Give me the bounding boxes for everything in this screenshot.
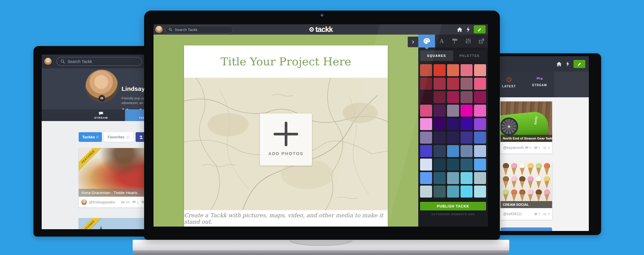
marketing-scene: Search Tackk Lindsay Peake Friendly pop … — [0, 0, 644, 255]
color-swatch[interactable] — [461, 145, 473, 157]
color-swatch[interactable] — [447, 118, 459, 130]
card-username[interactable]: @cd438211 — [503, 212, 522, 216]
color-swatch[interactable] — [434, 172, 446, 184]
ice-cream-cone — [519, 176, 526, 189]
search-icon — [168, 28, 173, 32]
color-swatch[interactable] — [474, 64, 486, 76]
color-swatch[interactable] — [447, 159, 459, 171]
color-swatch[interactable] — [447, 145, 459, 157]
color-swatch[interactable] — [474, 172, 486, 184]
lightning-icon[interactable] — [566, 61, 569, 67]
ice-cream-cone — [519, 163, 526, 176]
avatar[interactable] — [155, 26, 163, 33]
color-swatch[interactable] — [434, 64, 446, 76]
background-tool-button[interactable] — [448, 35, 461, 47]
color-swatch[interactable] — [461, 105, 473, 117]
profile-avatar[interactable] — [86, 70, 118, 102]
lightning-icon[interactable] — [466, 27, 470, 32]
likes-stat: 2 — [534, 146, 540, 149]
title-section[interactable]: Title Your Project Here — [184, 45, 388, 78]
tackks-count: 8 — [96, 135, 98, 139]
collapse-panel-button[interactable]: › — [408, 37, 418, 47]
comments-stat: 0 — [525, 146, 531, 149]
color-swatch[interactable] — [474, 145, 486, 157]
palette-icon — [423, 38, 430, 44]
color-swatch[interactable] — [461, 64, 473, 76]
center-laptop: Search Tackk tackk — [144, 11, 500, 240]
color-swatch[interactable] — [461, 78, 473, 90]
home-icon[interactable] — [556, 62, 562, 67]
color-swatch[interactable] — [434, 186, 446, 198]
color-swatch[interactable] — [447, 91, 459, 103]
avatar[interactable] — [44, 58, 52, 65]
color-swatch[interactable] — [461, 132, 473, 144]
color-swatch[interactable] — [420, 132, 432, 144]
tab-stream[interactable]: STREAM — [77, 109, 125, 121]
search-input[interactable]: Search Tackk — [165, 26, 233, 33]
color-swatch[interactable] — [420, 91, 432, 103]
document-caption[interactable]: Create a Tackk with pictures, maps, vide… — [184, 210, 388, 227]
color-swatch[interactable] — [420, 172, 432, 184]
create-tackk-button[interactable] — [474, 25, 485, 33]
color-swatch[interactable] — [474, 132, 486, 144]
tab-stream[interactable]: STREAM — [524, 77, 555, 87]
color-swatch[interactable] — [420, 105, 432, 117]
tackk-logo[interactable]: tackk — [309, 24, 333, 35]
add-photos-button[interactable]: ADD PHOTOS — [260, 113, 312, 166]
publish-tackk-button[interactable]: PUBLISH TACKK — [420, 202, 486, 210]
color-swatch[interactable] — [447, 64, 459, 76]
color-swatch[interactable] — [420, 145, 432, 157]
color-swatch[interactable] — [474, 105, 486, 117]
color-swatch[interactable] — [474, 118, 486, 130]
color-swatch[interactable] — [434, 78, 446, 90]
color-swatch[interactable] — [434, 118, 446, 130]
panel-tabs: SQUARES PALETTES — [420, 50, 486, 61]
color-swatch[interactable] — [420, 186, 432, 198]
color-swatch[interactable] — [447, 105, 459, 117]
home-icon[interactable] — [457, 27, 463, 32]
tack-logo-icon — [309, 27, 314, 32]
tackk-card[interactable]: Easky North End of Season Gear Sale @kay… — [500, 101, 552, 154]
plus-icon — [274, 122, 298, 146]
color-swatch[interactable] — [447, 78, 459, 90]
edit-photo-button[interactable] — [99, 95, 105, 101]
color-swatch[interactable] — [420, 118, 432, 130]
color-swatch[interactable] — [447, 186, 459, 198]
color-swatch[interactable] — [447, 132, 459, 144]
tab-palettes[interactable]: PALETTES — [453, 50, 486, 61]
color-swatch[interactable] — [420, 64, 432, 76]
color-swatch[interactable] — [461, 91, 473, 103]
create-tackk-button[interactable] — [574, 60, 585, 68]
color-swatch[interactable] — [474, 91, 486, 103]
color-swatch[interactable] — [461, 159, 473, 171]
tackk-document[interactable]: Title Your Project Here — [184, 45, 388, 227]
document-title[interactable]: Title Your Project Here — [221, 55, 351, 68]
color-swatch[interactable] — [434, 132, 446, 144]
share-tool-button[interactable] — [475, 35, 488, 47]
colors-tool-button[interactable] — [418, 35, 435, 47]
card-username[interactable]: @kayaknorth — [503, 146, 524, 150]
color-swatch[interactable] — [461, 172, 473, 184]
settings-tool-button[interactable] — [461, 35, 475, 47]
color-swatch[interactable] — [447, 172, 459, 184]
color-swatch[interactable] — [434, 159, 446, 171]
tackk-card[interactable]: CREAM SOCIAL @cd438211 2 — [500, 161, 552, 220]
color-swatch[interactable] — [434, 105, 446, 117]
color-swatch[interactable] — [434, 91, 446, 103]
card-username[interactable]: @lindsaypeake — [89, 200, 115, 204]
color-swatch[interactable] — [474, 159, 486, 171]
favorites-filter-button[interactable]: Favorites 11 — [104, 132, 133, 142]
blue-action-button[interactable] — [500, 227, 552, 231]
color-swatch[interactable] — [420, 78, 432, 90]
color-swatch[interactable] — [461, 118, 473, 130]
avatar[interactable] — [81, 199, 87, 205]
color-swatch[interactable] — [474, 78, 486, 90]
tackks-filter-button[interactable]: Tackks 8 — [79, 132, 102, 142]
color-swatch[interactable] — [434, 145, 446, 157]
color-swatch[interactable] — [461, 186, 473, 198]
search-input[interactable]: Search Tackk — [56, 57, 142, 66]
text-tool-button[interactable]: A — [435, 35, 448, 47]
color-swatch[interactable] — [420, 159, 432, 171]
tab-squares[interactable]: SQUARES — [420, 50, 453, 61]
color-swatch[interactable] — [474, 186, 486, 198]
